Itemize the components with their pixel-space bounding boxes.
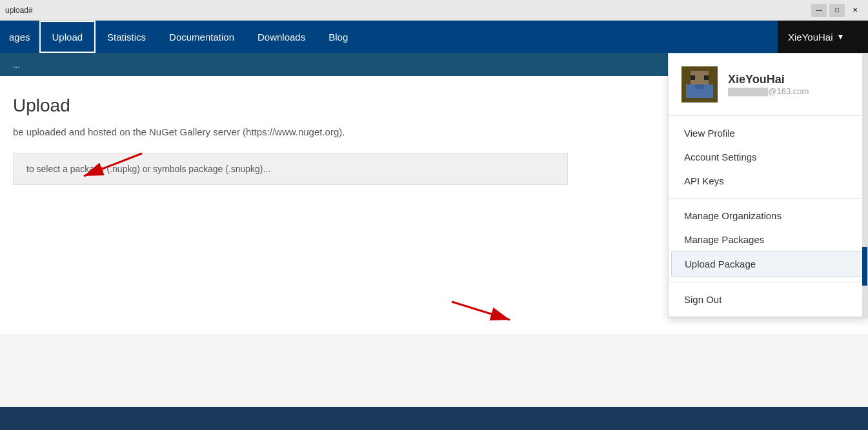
- user-info: XieYouHai ████████@163.com: [728, 73, 809, 96]
- title-bar-text: upload#: [5, 6, 33, 15]
- manage-organizations-item[interactable]: Manage Organizations: [669, 204, 867, 228]
- annotation-arrows: [0, 76, 568, 366]
- api-keys-item[interactable]: API Keys: [669, 169, 867, 193]
- dropdown-scrollbar-thumb: [862, 247, 867, 286]
- svg-rect-9: [695, 84, 704, 89]
- dropdown-user-section: XieYouHai ████████@163.com: [669, 54, 867, 116]
- close-button[interactable]: ✕: [847, 4, 863, 17]
- dropdown-user-name: XieYouHai: [728, 73, 809, 86]
- dropdown-user-email: ████████@163.com: [728, 86, 809, 96]
- upload-area[interactable]: to select a package (.nupkg) or symbols …: [13, 153, 568, 185]
- navbar: ages Upload Statistics Documentation Dow…: [0, 21, 868, 53]
- svg-line-3: [452, 302, 510, 320]
- nav-blog[interactable]: Blog: [317, 21, 359, 53]
- user-menu-label: XieYouHai: [788, 32, 833, 43]
- upload-package-item[interactable]: Upload Package: [671, 251, 865, 277]
- dropdown-section-profile: View Profile Account Settings API Keys: [669, 116, 867, 199]
- minimize-button[interactable]: —: [811, 4, 827, 17]
- nav-packages[interactable]: ages: [0, 21, 39, 53]
- sub-header-text: ...: [13, 60, 20, 70]
- nav-documentation[interactable]: Documentation: [157, 21, 246, 53]
- title-bar-controls: — □ ✕: [811, 4, 863, 17]
- avatar-image: [681, 66, 718, 103]
- bottom-bar: [0, 407, 868, 430]
- svg-rect-7: [704, 75, 709, 80]
- user-dropdown-menu: XieYouHai ████████@163.com View Profile …: [668, 53, 868, 318]
- dropdown-section-signout: Sign Out: [669, 282, 867, 317]
- avatar: [681, 66, 718, 103]
- sign-out-item[interactable]: Sign Out: [669, 288, 867, 311]
- user-menu-button[interactable]: XieYouHai ▼: [778, 21, 868, 53]
- manage-packages-item[interactable]: Manage Packages: [669, 228, 867, 251]
- svg-rect-6: [691, 75, 695, 80]
- view-profile-item[interactable]: View Profile: [669, 121, 867, 145]
- dropdown-scrollbar[interactable]: [862, 54, 867, 317]
- chevron-down-icon: ▼: [837, 32, 845, 41]
- dropdown-section-manage: Manage Organizations Manage Packages Upl…: [669, 199, 867, 282]
- nav-statistics[interactable]: Statistics: [96, 21, 157, 53]
- nav-upload[interactable]: Upload: [39, 21, 96, 53]
- account-settings-item[interactable]: Account Settings: [669, 145, 867, 169]
- title-bar: upload# — □ ✕: [0, 0, 868, 21]
- maximize-button[interactable]: □: [829, 4, 845, 17]
- nav-downloads[interactable]: Downloads: [246, 21, 317, 53]
- nav-items: ages Upload Statistics Documentation Dow…: [0, 21, 359, 53]
